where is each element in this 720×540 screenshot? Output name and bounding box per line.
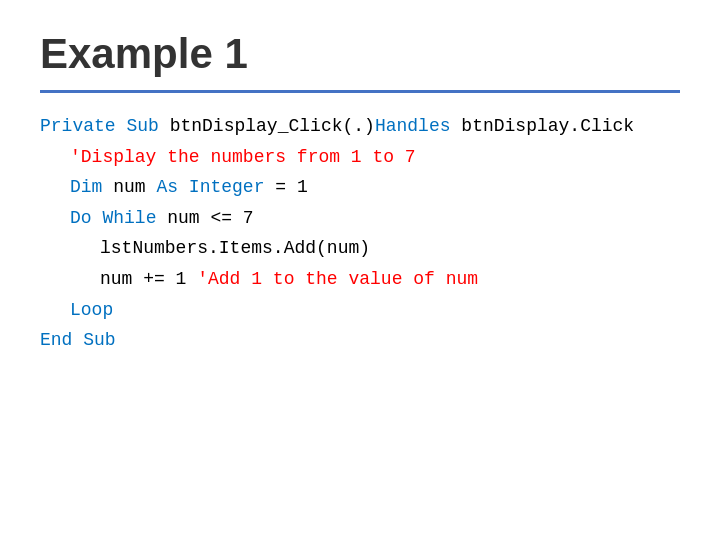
slide-title: Example 1 bbox=[40, 30, 680, 78]
keyword-do: Do bbox=[70, 208, 92, 228]
code-handles-target: btnDisplay.Click bbox=[461, 116, 634, 136]
keyword-handles: Handles bbox=[375, 116, 451, 136]
code-line-8: End Sub bbox=[40, 325, 680, 356]
code-dim-var: num bbox=[113, 177, 156, 197]
code-line-5: lstNumbers.Items.Add(num) bbox=[40, 233, 680, 264]
code-line-7: Loop bbox=[40, 295, 680, 326]
keyword-as: As bbox=[156, 177, 178, 197]
code-lst-add: lstNumbers.Items.Add(num) bbox=[100, 238, 370, 258]
comment-add1: 'Add 1 to the value of num bbox=[197, 269, 478, 289]
keyword-loop: Loop bbox=[70, 300, 113, 320]
code-line-1: Private Sub btnDisplay_Click(.)Handles b… bbox=[40, 111, 680, 142]
code-line-2: 'Display the numbers from 1 to 7 bbox=[40, 142, 680, 173]
keyword-sub: Sub bbox=[126, 116, 158, 136]
keyword-integer: Integer bbox=[189, 177, 265, 197]
code-dim-assign: = 1 bbox=[264, 177, 307, 197]
title-divider bbox=[40, 90, 680, 93]
code-while-cond: num <= 7 bbox=[156, 208, 253, 228]
comment-display: 'Display the numbers from 1 to 7 bbox=[70, 147, 416, 167]
code-line-4: Do While num <= 7 bbox=[40, 203, 680, 234]
code-line-3: Dim num As Integer = 1 bbox=[40, 172, 680, 203]
keyword-dim: Dim bbox=[70, 177, 102, 197]
keyword-end: End bbox=[40, 330, 72, 350]
keyword-sub-end: Sub bbox=[83, 330, 115, 350]
keyword-while: While bbox=[102, 208, 156, 228]
slide-container: Example 1 Private Sub btnDisplay_Click(.… bbox=[0, 0, 720, 540]
keyword-private: Private bbox=[40, 116, 116, 136]
code-sub-name: btnDisplay_Click(.) bbox=[170, 116, 375, 136]
code-block: Private Sub btnDisplay_Click(.)Handles b… bbox=[40, 111, 680, 356]
code-line-6: num += 1 'Add 1 to the value of num bbox=[40, 264, 680, 295]
code-num-inc: num += 1 bbox=[100, 269, 197, 289]
